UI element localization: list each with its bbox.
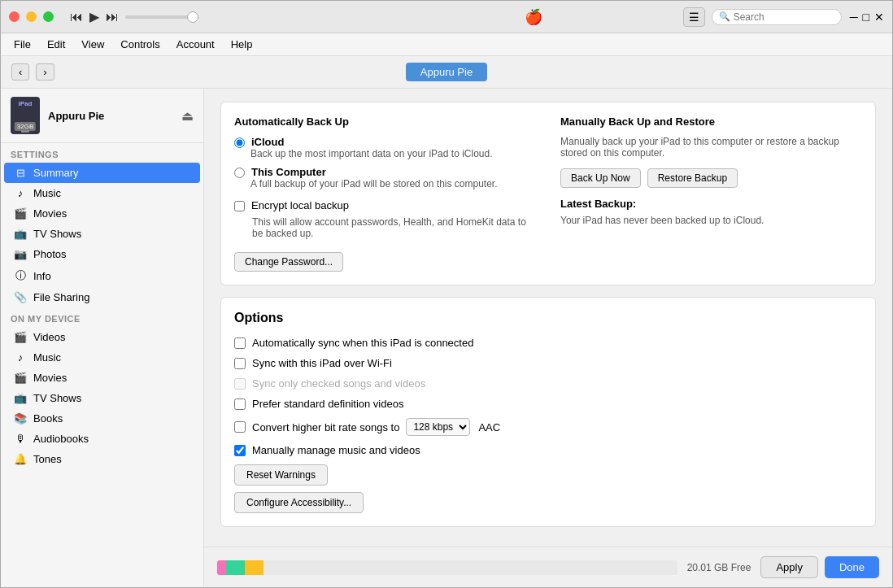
sidebar-item-device-music-label: Music — [33, 351, 61, 364]
back-button[interactable]: ⏮ — [70, 10, 83, 24]
title-bar-center: 🍎 — [385, 8, 683, 26]
nav-back-button[interactable]: ‹ — [11, 63, 29, 81]
forward-button[interactable]: ⏭ — [106, 10, 119, 24]
window-minimize-btn[interactable]: ─ — [850, 11, 858, 24]
sidebar-item-device-music[interactable]: ♪ Music — [4, 347, 200, 368]
change-password-button[interactable]: Change Password... — [234, 252, 343, 272]
encrypt-desc: This will allow account passwords, Healt… — [252, 216, 536, 239]
sidebar-item-tvshows[interactable]: 📺 TV Shows — [4, 224, 200, 244]
menu-controls[interactable]: Controls — [114, 37, 166, 52]
convert-label: Convert higher bit rate songs to — [252, 421, 399, 433]
wifi-sync-checkbox[interactable] — [234, 358, 246, 369]
menu-view[interactable]: View — [75, 37, 111, 52]
list-view-button[interactable]: ☰ — [683, 7, 705, 27]
convert-checkbox[interactable] — [234, 421, 246, 433]
radio-group: iCloud Back up the most important data o… — [234, 136, 536, 189]
configure-accessibility-button[interactable]: Configure Accessibility... — [234, 492, 364, 513]
standard-def-checkbox[interactable] — [234, 399, 246, 410]
bitrate-select[interactable]: 128 kbps 192 kbps 256 kbps 320 kbps — [406, 418, 470, 436]
title-bar: ⏮ ▶ ⏭ 🍎 ☰ 🔍 ─ □ ✕ — [1, 1, 892, 33]
manually-manage-row: Manually manage music and videos — [234, 444, 862, 456]
storage-seg-free — [264, 560, 677, 575]
sidebar-device: iPad 32GB Appuru Pie ⏏ — [1, 89, 203, 143]
storage-seg-green — [226, 560, 245, 575]
search-box[interactable]: 🔍 — [712, 9, 842, 25]
device-music-icon: ♪ — [14, 351, 27, 364]
sidebar-item-info[interactable]: ⓘ Info — [4, 264, 200, 287]
play-button[interactable]: ▶ — [89, 9, 99, 24]
this-computer-radio[interactable] — [234, 168, 245, 178]
sidebar: iPad 32GB Appuru Pie ⏏ Settings ⊟ Summar… — [1, 89, 204, 587]
aac-label: AAC — [478, 421, 500, 433]
settings-section-label: Settings — [1, 143, 203, 163]
standard-def-label: Prefer standard definition videos — [252, 398, 403, 410]
sidebar-item-photos[interactable]: 📷 Photos — [4, 244, 200, 264]
reset-warnings-button[interactable]: Reset Warnings — [234, 464, 328, 486]
manually-manage-checkbox[interactable] — [234, 445, 246, 456]
back-up-now-button[interactable]: Back Up Now — [560, 168, 641, 188]
content-area: Automatically Back Up iCloud Back up the… — [204, 89, 892, 547]
auto-sync-label: Automatically sync when this iPad is con… — [252, 337, 473, 349]
wifi-sync-row: Sync with this iPad over Wi-Fi — [234, 357, 862, 369]
main-window: ⏮ ▶ ⏭ 🍎 ☰ 🔍 ─ □ ✕ File Edit View Control… — [0, 0, 893, 588]
sidebar-item-tones[interactable]: 🔔 Tones — [4, 449, 200, 469]
audiobooks-icon: 🎙 — [14, 433, 27, 445]
menu-account[interactable]: Account — [170, 37, 221, 52]
sidebar-item-movies[interactable]: 🎬 Movies — [4, 203, 200, 224]
encrypt-checkbox-row: Encrypt local backup — [234, 199, 536, 211]
menu-file[interactable]: File — [7, 37, 37, 52]
icloud-radio-row: iCloud — [234, 136, 536, 148]
eject-button[interactable]: ⏏ — [181, 108, 194, 124]
checked-songs-label: Sync only checked songs and videos — [252, 377, 425, 390]
auto-sync-checkbox[interactable] — [234, 338, 246, 349]
device-header-button[interactable]: Appuru Pie — [406, 63, 487, 81]
movies-icon: 🎬 — [14, 207, 27, 220]
auto-backup-title: Automatically Back Up — [234, 115, 536, 128]
storage-free-label: 20.01 GB Free — [687, 562, 751, 573]
this-computer-label: This Computer — [251, 166, 326, 178]
menu-edit[interactable]: Edit — [41, 37, 72, 52]
convert-row: Convert higher bit rate songs to 128 kbp… — [234, 418, 862, 436]
info-icon: ⓘ — [14, 268, 27, 283]
search-input[interactable] — [734, 11, 831, 23]
window-restore-btn[interactable]: □ — [863, 11, 869, 24]
sidebar-item-audiobooks-label: Audiobooks — [33, 433, 89, 445]
sidebar-item-summary[interactable]: ⊟ Summary — [4, 163, 200, 183]
minimize-button[interactable] — [26, 11, 37, 22]
sidebar-item-device-movies[interactable]: 🎬 Movies — [4, 368, 200, 388]
sidebar-item-music[interactable]: ♪ Music — [4, 183, 200, 203]
backup-buttons: Back Up Now Restore Backup — [560, 168, 862, 188]
main-layout: iPad 32GB Appuru Pie ⏏ Settings ⊟ Summar… — [1, 89, 892, 587]
icloud-desc: Back up the most important data on your … — [250, 148, 536, 159]
books-icon: 📚 — [14, 412, 27, 425]
maximize-button[interactable] — [43, 11, 54, 22]
sidebar-item-device-movies-label: Movies — [33, 372, 67, 384]
checked-songs-checkbox — [234, 378, 246, 390]
window-close-btn[interactable]: ✕ — [874, 11, 884, 24]
storage-seg-yellow — [245, 560, 264, 575]
sidebar-item-books[interactable]: 📚 Books — [4, 408, 200, 429]
backup-right: Manually Back Up and Restore Manually ba… — [560, 115, 862, 272]
apply-button[interactable]: Apply — [760, 556, 818, 578]
summary-icon: ⊟ — [14, 167, 27, 179]
sidebar-item-device-tvshows[interactable]: 📺 TV Shows — [4, 388, 200, 408]
manually-manage-label: Manually manage music and videos — [252, 444, 420, 456]
encrypt-checkbox[interactable] — [234, 201, 245, 211]
music-icon: ♪ — [14, 187, 27, 199]
close-button[interactable] — [9, 11, 20, 22]
nav-forward-button[interactable]: › — [36, 63, 54, 81]
checked-songs-row: Sync only checked songs and videos — [234, 377, 862, 390]
restore-backup-button[interactable]: Restore Backup — [647, 168, 738, 188]
file-sharing-icon: 📎 — [14, 291, 27, 303]
sidebar-item-file-sharing[interactable]: 📎 File Sharing — [4, 287, 200, 307]
sidebar-item-audiobooks[interactable]: 🎙 Audiobooks — [4, 429, 200, 449]
done-button[interactable]: Done — [825, 556, 879, 578]
icloud-radio[interactable] — [234, 137, 245, 148]
sidebar-item-videos[interactable]: 🎬 Videos — [4, 327, 200, 347]
backup-section: Automatically Back Up iCloud Back up the… — [220, 102, 876, 285]
this-computer-radio-row: This Computer — [234, 166, 536, 178]
device-movies-icon: 🎬 — [14, 372, 27, 384]
wifi-sync-label: Sync with this iPad over Wi-Fi — [252, 357, 392, 369]
menu-help[interactable]: Help — [224, 37, 259, 52]
volume-slider[interactable] — [125, 15, 198, 19]
